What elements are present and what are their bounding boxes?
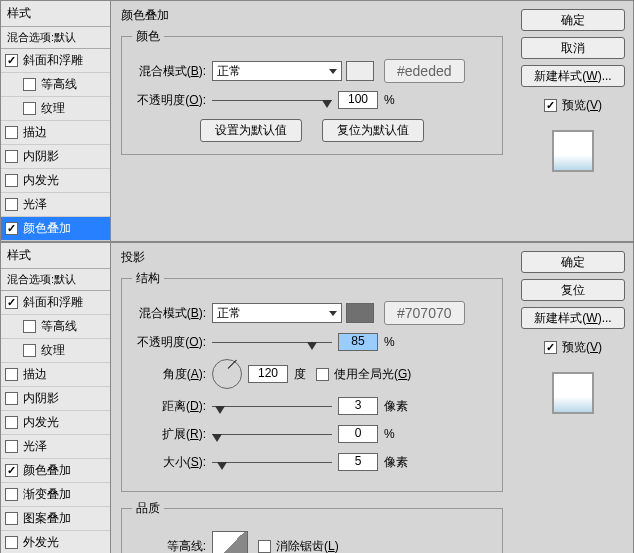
size-unit: 像素: [384, 454, 408, 471]
style-label: 光泽: [23, 196, 47, 213]
style-label: 斜面和浮雕: [23, 52, 83, 69]
reset-default-button[interactable]: 复位为默认值: [322, 119, 424, 142]
spread-label: 扩展(R):: [132, 426, 212, 443]
style-item[interactable]: 斜面和浮雕: [1, 49, 110, 73]
style-checkbox[interactable]: [5, 54, 18, 67]
style-checkbox[interactable]: [5, 392, 18, 405]
style-item[interactable]: 等高线: [1, 315, 110, 339]
set-default-button[interactable]: 设置为默认值: [200, 119, 302, 142]
style-label: 内阴影: [23, 390, 59, 407]
ok-button[interactable]: 确定: [521, 251, 625, 273]
style-label: 颜色叠加: [23, 462, 71, 479]
color-swatch[interactable]: [346, 61, 374, 81]
style-item[interactable]: 等高线: [1, 73, 110, 97]
new-style-button[interactable]: 新建样式(W)...: [521, 307, 625, 329]
group-legend: 结构: [132, 270, 164, 287]
style-checkbox[interactable]: [5, 368, 18, 381]
style-checkbox[interactable]: [5, 150, 18, 163]
style-label: 图案叠加: [23, 510, 71, 527]
style-checkbox[interactable]: [5, 126, 18, 139]
color-swatch[interactable]: [346, 303, 374, 323]
style-checkbox[interactable]: [5, 440, 18, 453]
style-checkbox[interactable]: [5, 296, 18, 309]
layer-style-dialog-1: 样式 混合选项:默认 斜面和浮雕等高线纹理描边内阴影内发光光泽颜色叠加 颜色叠加…: [0, 0, 634, 242]
style-checkbox[interactable]: [5, 512, 18, 525]
style-item[interactable]: 内发光: [1, 169, 110, 193]
style-checkbox[interactable]: [5, 222, 18, 235]
color-group: 颜色 混合模式(B): 正常 #ededed 不透明度(O): 100 % 设置…: [121, 28, 503, 155]
size-slider[interactable]: [212, 452, 332, 472]
style-item[interactable]: 内发光: [1, 411, 110, 435]
style-checkbox[interactable]: [5, 488, 18, 501]
hex-value-button[interactable]: #ededed: [384, 59, 465, 83]
style-checkbox[interactable]: [23, 102, 36, 115]
style-label: 内发光: [23, 172, 59, 189]
size-input[interactable]: 5: [338, 453, 378, 471]
style-label: 等高线: [41, 318, 77, 335]
quality-group: 品质 等高线: 消除锯齿(L) 杂色(N):: [121, 500, 503, 553]
hex-value-button[interactable]: #707070: [384, 301, 465, 325]
right-panel: 确定 取消 新建样式(W)... 预览(V): [513, 1, 633, 241]
style-item[interactable]: 内阴影: [1, 387, 110, 411]
style-checkbox[interactable]: [5, 464, 18, 477]
style-item[interactable]: 描边: [1, 363, 110, 387]
style-checkbox[interactable]: [5, 536, 18, 549]
style-checkbox[interactable]: [23, 320, 36, 333]
opacity-slider[interactable]: [212, 332, 332, 352]
style-item[interactable]: 颜色叠加: [1, 217, 110, 241]
blend-mode-select[interactable]: 正常: [212, 61, 342, 81]
global-light-label: 使用全局光(G): [334, 366, 411, 383]
style-item[interactable]: 图案叠加: [1, 507, 110, 531]
reset-button[interactable]: 复位: [521, 279, 625, 301]
style-item[interactable]: 光泽: [1, 193, 110, 217]
sidebar-subheader[interactable]: 混合选项:默认: [1, 27, 110, 49]
style-label: 纹理: [41, 342, 65, 359]
sidebar-subheader[interactable]: 混合选项:默认: [1, 269, 110, 291]
blend-mode-select[interactable]: 正常: [212, 303, 342, 323]
opacity-unit: %: [384, 335, 395, 349]
distance-input[interactable]: 3: [338, 397, 378, 415]
angle-dial[interactable]: [212, 359, 242, 389]
style-checkbox[interactable]: [5, 198, 18, 211]
style-checkbox[interactable]: [5, 416, 18, 429]
style-item[interactable]: 内阴影: [1, 145, 110, 169]
style-checkbox[interactable]: [23, 344, 36, 357]
style-item[interactable]: 斜面和浮雕: [1, 291, 110, 315]
global-light-checkbox[interactable]: [316, 368, 329, 381]
style-item[interactable]: 光泽: [1, 435, 110, 459]
style-item[interactable]: 纹理: [1, 339, 110, 363]
contour-picker[interactable]: [212, 531, 248, 553]
antialias-checkbox[interactable]: [258, 540, 271, 553]
opacity-input[interactable]: 100: [338, 91, 378, 109]
spread-input[interactable]: 0: [338, 425, 378, 443]
opacity-slider[interactable]: [212, 90, 332, 110]
style-checkbox[interactable]: [5, 174, 18, 187]
style-item[interactable]: 外发光: [1, 531, 110, 553]
spread-slider[interactable]: [212, 424, 332, 444]
preview-checkbox[interactable]: 预览(V): [544, 97, 602, 114]
style-item[interactable]: 描边: [1, 121, 110, 145]
distance-unit: 像素: [384, 398, 408, 415]
main-panel: 颜色叠加 颜色 混合模式(B): 正常 #ededed 不透明度(O): 100…: [111, 1, 513, 241]
sidebar-header: 样式: [1, 1, 110, 27]
style-label: 外发光: [23, 534, 59, 551]
styles-sidebar: 样式 混合选项:默认 斜面和浮雕等高线纹理描边内阴影内发光光泽颜色叠加渐变叠加图…: [1, 243, 111, 553]
angle-unit: 度: [294, 366, 306, 383]
cancel-button[interactable]: 取消: [521, 37, 625, 59]
styles-sidebar: 样式 混合选项:默认 斜面和浮雕等高线纹理描边内阴影内发光光泽颜色叠加: [1, 1, 111, 241]
style-checkbox[interactable]: [23, 78, 36, 91]
style-label: 描边: [23, 124, 47, 141]
preview-swatch: [552, 130, 594, 172]
style-item[interactable]: 颜色叠加: [1, 459, 110, 483]
opacity-input[interactable]: 85: [338, 333, 378, 351]
style-item[interactable]: 纹理: [1, 97, 110, 121]
style-label: 描边: [23, 366, 47, 383]
main-panel: 投影 结构 混合模式(B): 正常 #707070 不透明度(O): 85 % …: [111, 243, 513, 553]
section-title: 颜色叠加: [121, 7, 503, 24]
style-item[interactable]: 渐变叠加: [1, 483, 110, 507]
new-style-button[interactable]: 新建样式(W)...: [521, 65, 625, 87]
angle-input[interactable]: 120: [248, 365, 288, 383]
ok-button[interactable]: 确定: [521, 9, 625, 31]
distance-slider[interactable]: [212, 396, 332, 416]
preview-checkbox[interactable]: 预览(V): [544, 339, 602, 356]
